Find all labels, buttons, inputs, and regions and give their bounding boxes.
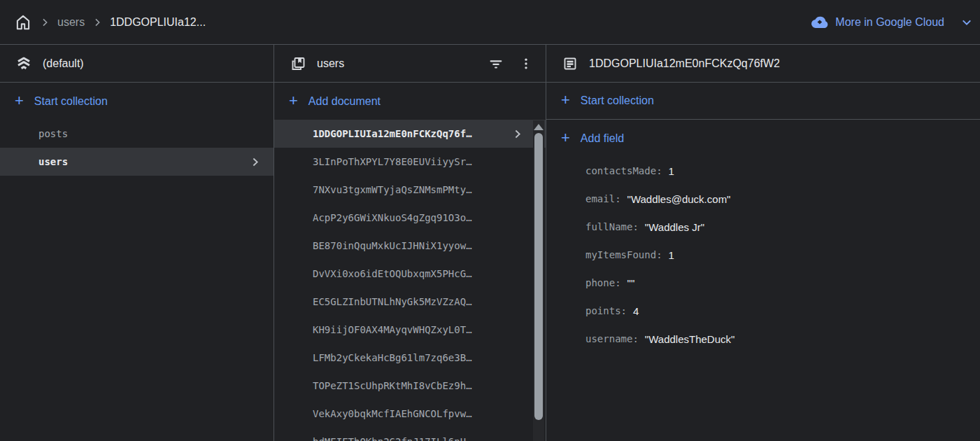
field-name: contactsMade: bbox=[585, 165, 662, 176]
breadcrumb-item-users[interactable]: users bbox=[57, 16, 85, 29]
firestore-panels: (default) + Start collection posts users bbox=[0, 45, 980, 441]
chevron-right-icon bbox=[92, 17, 103, 28]
scrollbar-thumb[interactable] bbox=[534, 133, 543, 420]
field-name: username: bbox=[585, 333, 639, 344]
document-list-item[interactable]: 7NXvu3tgxmWTyjaQsZNMsmPMty… bbox=[274, 176, 546, 204]
collection-name: users bbox=[38, 156, 68, 167]
field-name: fullName: bbox=[585, 221, 639, 232]
more-in-google-cloud-label: More in Google Cloud bbox=[835, 16, 944, 29]
cloud-icon bbox=[811, 15, 829, 29]
scroll-up-arrow-icon[interactable] bbox=[534, 124, 544, 130]
breadcrumb: users 1DDGOPLIUIa12... bbox=[14, 13, 206, 31]
filter-icon[interactable] bbox=[486, 54, 506, 74]
caret-down-icon bbox=[960, 16, 973, 29]
document-list-item[interactable]: AcpP2y6GWiXNkuoS4gZgq91O3o… bbox=[274, 204, 546, 232]
field-name: phone: bbox=[585, 277, 621, 288]
start-collection-button[interactable]: + Start collection bbox=[0, 83, 274, 120]
collection-icon bbox=[290, 55, 306, 72]
home-icon[interactable] bbox=[14, 13, 32, 31]
start-collection-label: Start collection bbox=[34, 95, 108, 108]
documents-list: 1DDGOPLIUIa12mE0nFCKzQq76f… 3LInPoThXPYL… bbox=[274, 120, 546, 441]
collection-list-item[interactable]: posts bbox=[0, 120, 274, 148]
database-name: (default) bbox=[43, 57, 84, 70]
field-row[interactable]: points: 4 bbox=[546, 297, 980, 325]
field-row[interactable]: fullName: "Waddles Jr" bbox=[546, 213, 980, 241]
more-in-google-cloud-button[interactable]: More in Google Cloud bbox=[811, 15, 973, 29]
field-value: 4 bbox=[633, 305, 639, 317]
document-detail-panel: 1DDGOPLIUIa12mE0nFCKzQq76fW2 + Start col… bbox=[546, 45, 980, 441]
field-name: myItemsFound: bbox=[585, 249, 662, 260]
document-header: 1DDGOPLIUIa12mE0nFCKzQq76fW2 bbox=[546, 45, 980, 83]
document-list-item[interactable]: 3LInPoThXPYL7Y8E0EUViiyySr… bbox=[274, 148, 546, 176]
add-document-button[interactable]: + Add document bbox=[274, 83, 546, 120]
document-list-item[interactable]: TOPeZT1ScUhpRKtMhI8vCbEz9h… bbox=[274, 372, 546, 400]
document-icon bbox=[562, 55, 578, 72]
start-collection-label: Start collection bbox=[581, 94, 654, 107]
firestore-icon bbox=[15, 55, 32, 72]
top-navigation-bar: users 1DDGOPLIUIa12... More in Google Cl… bbox=[0, 0, 980, 45]
field-name: email: bbox=[585, 193, 621, 204]
document-list-item[interactable]: VekAxy0bqkMcfIAEhGNCOLfpvw… bbox=[274, 400, 546, 428]
field-name: points: bbox=[585, 305, 627, 316]
chevron-right-icon bbox=[511, 128, 523, 140]
chevron-right-icon bbox=[249, 156, 261, 168]
document-id: VekAxy0bqkMcfIAEhGNCOLfpvw… bbox=[313, 408, 472, 419]
document-id-title: 1DDGOPLIUIa12mE0nFCKzQq76fW2 bbox=[589, 57, 780, 70]
field-value: "Waddles Jr" bbox=[645, 221, 704, 233]
field-value: "" bbox=[627, 277, 635, 289]
field-row[interactable]: contactsMade: 1 bbox=[546, 157, 980, 185]
document-id: 7NXvu3tgxmWTyjaQsZNMsmPMty… bbox=[313, 184, 472, 195]
add-field-label: Add field bbox=[581, 132, 624, 145]
breadcrumb-item-document[interactable]: 1DDGOPLIUIa12... bbox=[110, 16, 206, 29]
document-id: EC5GLZInbUTNLhNyGk5MzVZzAQ… bbox=[313, 296, 472, 307]
document-id: DvVXi0xo6idEtOQUbxqmX5PHcG… bbox=[313, 268, 472, 279]
field-value: "WaddlesTheDuck" bbox=[645, 333, 734, 345]
document-id: TOPeZT1ScUhpRKtMhI8vCbEz9h… bbox=[313, 380, 472, 391]
start-collection-button[interactable]: + Start collection bbox=[546, 83, 980, 120]
document-id: BE870inQquMxkUcIJHNiX1yyow… bbox=[313, 240, 472, 251]
chevron-right-icon bbox=[39, 17, 50, 28]
kebab-menu-icon[interactable] bbox=[516, 54, 536, 74]
field-value: "Waddles@duck.com" bbox=[627, 193, 731, 205]
plus-icon: + bbox=[561, 92, 570, 108]
plus-icon: + bbox=[289, 93, 298, 108]
field-row[interactable]: phone: "" bbox=[546, 269, 980, 297]
collections-list: posts users bbox=[0, 120, 274, 176]
collection-list-item[interactable]: users bbox=[0, 148, 274, 176]
database-header: (default) bbox=[0, 45, 274, 83]
document-id: 1DDGOPLIUIa12mE0nFCKzQq76f… bbox=[313, 128, 472, 139]
document-id: AcpP2y6GWiXNkuoS4gZgq91O3o… bbox=[313, 212, 472, 223]
add-document-label: Add document bbox=[308, 95, 381, 108]
document-list-item[interactable]: BE870inQquMxkUcIJHNiX1yyow… bbox=[274, 232, 546, 260]
collections-panel: (default) + Start collection posts users bbox=[0, 45, 274, 441]
collection-header: users bbox=[274, 45, 546, 83]
documents-panel: users + Add document 1DDGOPLIUIa12mE0nFC… bbox=[274, 45, 546, 441]
collection-name: users bbox=[317, 57, 344, 70]
document-list-item[interactable]: DvVXi0xo6idEtOQUbxqmX5PHcG… bbox=[274, 260, 546, 288]
field-value: 1 bbox=[669, 249, 674, 261]
document-id: LFMb2yCkekaHcBg61lm7zq6e3B… bbox=[313, 352, 472, 363]
collection-name: posts bbox=[38, 128, 68, 139]
field-value: 1 bbox=[669, 165, 674, 177]
document-id: KH9iijOF0AX4MAyqvWHQZxyL0T… bbox=[313, 324, 472, 335]
field-row[interactable]: myItemsFound: 1 bbox=[546, 241, 980, 269]
plus-icon: + bbox=[15, 93, 24, 108]
add-field-button[interactable]: + Add field bbox=[546, 120, 980, 157]
document-list-item[interactable]: LFMb2yCkekaHcBg61lm7zq6e3B… bbox=[274, 344, 546, 372]
plus-icon: + bbox=[561, 130, 570, 146]
document-id: bdMEIEThQKbn2G2fnJ17ILl6nU… bbox=[313, 436, 472, 441]
document-list-item[interactable]: 1DDGOPLIUIa12mE0nFCKzQq76f… bbox=[274, 120, 546, 148]
document-id: 3LInPoThXPYL7Y8E0EUViiyySr… bbox=[313, 156, 472, 167]
field-row[interactable]: email: "Waddles@duck.com" bbox=[546, 185, 980, 213]
field-row[interactable]: username: "WaddlesTheDuck" bbox=[546, 325, 980, 353]
document-list-item[interactable]: EC5GLZInbUTNLhNyGk5MzVZzAQ… bbox=[274, 288, 546, 316]
fields-list: contactsMade: 1 email: "Waddles@duck.com… bbox=[546, 157, 980, 353]
document-list-item[interactable]: bdMEIEThQKbn2G2fnJ17ILl6nU… bbox=[274, 428, 546, 441]
documents-scrollbar[interactable] bbox=[533, 120, 544, 441]
document-list-item[interactable]: KH9iijOF0AX4MAyqvWHQZxyL0T… bbox=[274, 316, 546, 344]
